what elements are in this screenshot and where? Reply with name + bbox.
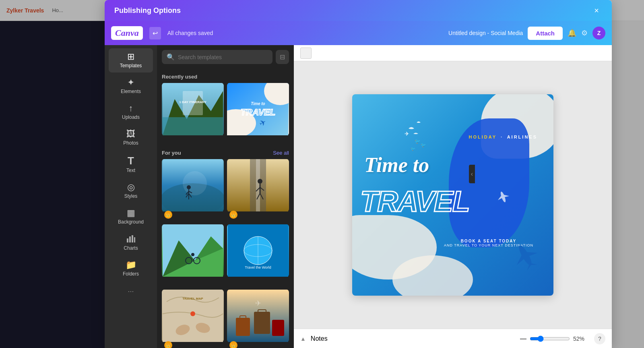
styles-icon: ◎ [127,183,135,192]
time-to-text: Time to [364,155,429,176]
template-thumb-mountains2[interactable] [162,224,224,286]
for-you-section-header: For you See all [162,150,289,156]
recently-used-grid: 1 DAY ITINERARY [162,83,289,145]
sidebar-item-background[interactable]: ▦ Background [109,205,153,229]
bird-3: 🐦 [411,147,415,151]
templates-search-bar: 🔍 ⊟ [157,45,294,69]
sidebar-item-charts[interactable]: Charts [109,230,153,255]
folders-icon: 📁 [126,261,136,269]
svg-point-46 [190,311,195,316]
airlines-text: AIRLINES [507,135,537,139]
modal-overlay: Publishing Options × Canva ↩ All changes… [0,0,644,348]
canva-sidebar: ⊞ Templates ✦ Elements ↑ Uploads 🖼 Photo… [105,45,157,348]
uploads-icon: ↑ [129,104,133,113]
see-all-button[interactable]: See all [273,150,289,156]
svg-text:TRAVEL: TRAVEL [241,107,275,117]
svg-rect-51 [236,318,250,336]
search-input[interactable] [178,54,268,60]
holiday-airlines-text: HOLIDAY · AIRLINES [469,135,537,139]
zoom-value: 52% [573,336,589,342]
svg-text:1 DAY ITINERARY: 1 DAY ITINERARY [179,100,206,104]
page-thumbnail[interactable] [300,48,312,59]
svg-point-27 [258,179,262,184]
photos-icon: 🖼 [126,130,135,139]
template-thumb-luggage[interactable]: ✈ 👑 [227,290,289,348]
folders-label: Folders [123,271,139,277]
canva-topbar-right: Untitled design - Social Media Attach 🔔 … [448,27,605,40]
photos-label: Photos [123,140,138,146]
design-canvas[interactable]: ✈ 🐦 🐦 🐦 [352,94,553,296]
svg-rect-53 [254,312,270,334]
template-thumb-map[interactable]: TRAVEL MAP 👑 [162,290,224,348]
zoom-minus-icon: — [520,335,526,342]
sidebar-item-uploads[interactable]: ↑ Uploads [109,100,153,124]
airplane-trail-svg [493,187,513,207]
canvas-scroll-area[interactable]: ✈ 🐦 🐦 🐦 [294,61,612,329]
for-you-grid: 👑 [162,159,289,348]
svg-rect-55 [272,320,284,336]
airplane-large-svg [505,231,545,280]
templates-content: Recently used [157,69,294,348]
canvas-bottom-bar: ▲ Notes — 52% ? [294,329,612,348]
design-canvas-wrapper: ✈ 🐦 🐦 🐦 [352,94,553,296]
template-thumb-globe[interactable]: Travel the World [227,224,289,286]
premium-badge: 👑 [164,211,172,219]
premium-badge-map: 👑 [164,341,172,348]
template-thumb-road[interactable]: 👑 [227,159,289,221]
canvas-page-bar [294,45,612,61]
template-thumb-travel-poster[interactable]: Time to TRAVEL ✈ [227,83,289,145]
sidebar-more-button[interactable]: ... [124,282,137,297]
for-you-title: For you [162,150,181,156]
sidebar-item-photos[interactable]: 🖼 Photos [109,126,153,150]
svg-rect-2 [132,235,133,242]
recently-used-title: Recently used [162,74,289,80]
svg-text:TRAVEL MAP: TRAVEL MAP [182,297,203,300]
canva-editor: Canva ↩ All changes saved Untitled desig… [105,21,612,348]
svg-rect-0 [127,238,128,242]
svg-rect-3 [134,237,135,242]
modal-close-button[interactable]: × [591,5,602,16]
collapse-button[interactable]: ▲ [300,336,306,342]
help-button[interactable]: ? [594,333,605,344]
sidebar-item-styles[interactable]: ◎ Styles [109,179,153,203]
settings-icon[interactable]: ⚙ [581,29,588,37]
search-input-wrap: 🔍 [162,50,272,64]
styles-label: Styles [124,193,138,199]
notification-icon[interactable]: 🔔 [568,29,576,37]
canva-modal: Publishing Options × Canva ↩ All changes… [105,0,612,348]
separator-text: · [501,135,503,139]
sidebar-item-templates[interactable]: ⊞ Templates [109,48,153,72]
canva-undo-button[interactable]: ↩ [149,27,161,39]
modal-header: Publishing Options × [105,0,612,21]
elements-label: Elements [121,89,141,94]
canva-editor-body: ⊞ Templates ✦ Elements ↑ Uploads 🖼 Photo… [105,45,612,348]
canvas-area: ✈ 🐦 🐦 🐦 [294,45,612,348]
charts-icon [126,234,135,244]
canva-topbar: Canva ↩ All changes saved Untitled desig… [105,21,612,45]
uploads-label: Uploads [122,114,140,120]
text-label: Text [126,168,135,173]
svg-text:Time to: Time to [251,102,265,106]
zoom-slider[interactable] [530,336,570,342]
sidebar-item-elements[interactable]: ✦ Elements [109,74,153,98]
filter-button[interactable]: ⊟ [276,50,289,64]
background-icon: ▦ [127,209,135,218]
user-avatar[interactable]: Z [592,27,605,39]
templates-label: Templates [120,63,142,68]
canva-saved-status: All changes saved [167,30,213,36]
elements-icon: ✦ [127,78,134,87]
travel-text: TRAVEL [360,187,469,216]
templates-icon: ⊞ [127,52,134,61]
svg-text:✈: ✈ [255,299,261,307]
templates-panel: 🔍 ⊟ Recently used [157,45,294,348]
sidebar-item-text[interactable]: T Text [109,151,153,177]
holiday-text: HOLIDAY [469,135,497,139]
text-icon: T [128,155,134,166]
svg-text:Travel the World: Travel the World [245,265,271,269]
background-label: Background [118,219,144,225]
sidebar-item-folders[interactable]: 📁 Folders [109,257,153,281]
template-thumb-mountain[interactable]: 1 DAY ITINERARY [162,83,224,145]
template-thumb-hiker[interactable]: 👑 [162,159,224,221]
premium-badge-luggage: 👑 [229,341,237,348]
canva-attach-button[interactable]: Attach [528,27,563,40]
